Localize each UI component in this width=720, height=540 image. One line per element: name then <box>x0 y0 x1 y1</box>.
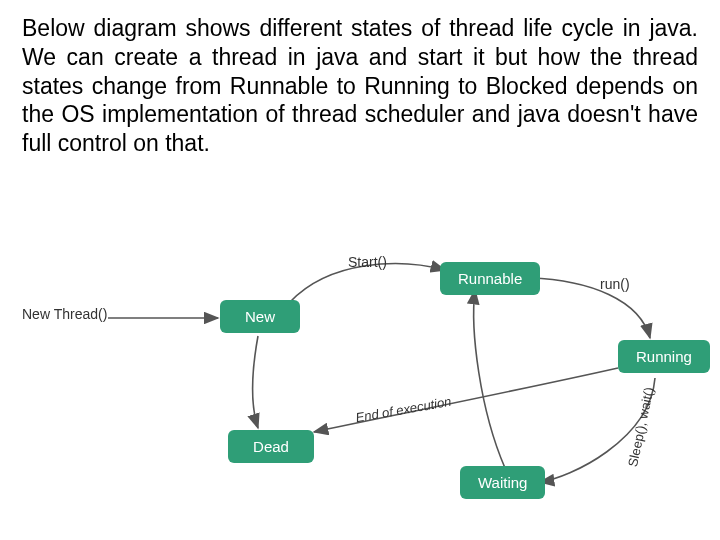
label-end-of-execution: End of execution <box>354 394 452 426</box>
thread-lifecycle-diagram: New Thread() Start() run() End of execut… <box>0 240 720 540</box>
label-sleep-wait: Sleep(), wait() <box>625 386 656 468</box>
label-new-thread: New Thread() <box>22 306 107 322</box>
state-node-new: New <box>220 300 300 333</box>
state-node-dead: Dead <box>228 430 314 463</box>
state-node-waiting: Waiting <box>460 466 545 499</box>
label-run: run() <box>600 276 630 292</box>
label-start: Start() <box>348 254 387 270</box>
state-node-running: Running <box>618 340 710 373</box>
state-node-runnable: Runnable <box>440 262 540 295</box>
intro-paragraph: Below diagram shows different states of … <box>22 14 698 158</box>
